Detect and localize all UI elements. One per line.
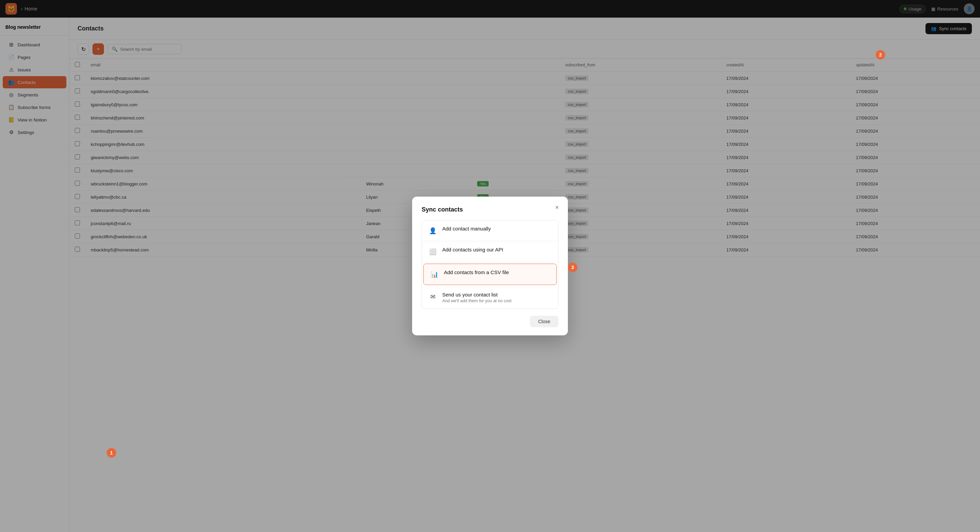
modal-option-add-manually[interactable]: 👤 Add contact manually [422, 220, 558, 241]
option-icon-send-list: ✉ [428, 292, 438, 302]
modal-footer: Close [422, 316, 558, 327]
sync-contacts-modal: Sync contacts × 👤 Add contact manually ⬜… [412, 197, 568, 335]
option-icon-add-manually: 👤 [428, 226, 438, 235]
modal-option-add-csv[interactable]: 📊 Add contacts from a CSV file [423, 264, 557, 285]
option-text-add-csv: Add contacts from a CSV file [444, 269, 550, 275]
option-label-send-list: Send us your contact list [442, 292, 552, 297]
option-text-add-manually: Add contact manually [442, 226, 552, 232]
modal-close-button[interactable]: × [552, 203, 562, 212]
option-label-add-csv: Add contacts from a CSV file [444, 269, 550, 275]
annotation-badge-2: 2 [876, 50, 885, 60]
option-label-add-manually: Add contact manually [442, 226, 552, 232]
modal-option-send-list[interactable]: ✉ Send us your contact list And we'll ad… [422, 286, 558, 309]
option-sub-send-list: And we'll add them for you at no cost [442, 299, 552, 303]
option-icon-add-csv: 📊 [430, 270, 439, 279]
annotation-badge-1: 1 [107, 448, 116, 457]
modal-option-add-api[interactable]: ⬜ Add contacts using our API [422, 241, 558, 262]
option-label-add-api: Add contacts using our API [442, 247, 552, 253]
option-icon-add-api: ⬜ [428, 247, 438, 257]
modal-title: Sync contacts [422, 206, 558, 213]
annotation-badge-3: 3 [568, 263, 578, 272]
option-text-send-list: Send us your contact list And we'll add … [442, 292, 552, 303]
modal-close-btn[interactable]: Close [530, 316, 558, 327]
modal-overlay[interactable]: Sync contacts × 👤 Add contact manually ⬜… [0, 0, 980, 532]
option-text-add-api: Add contacts using our API [442, 247, 552, 253]
modal-options: 👤 Add contact manually ⬜ Add contacts us… [422, 220, 558, 309]
